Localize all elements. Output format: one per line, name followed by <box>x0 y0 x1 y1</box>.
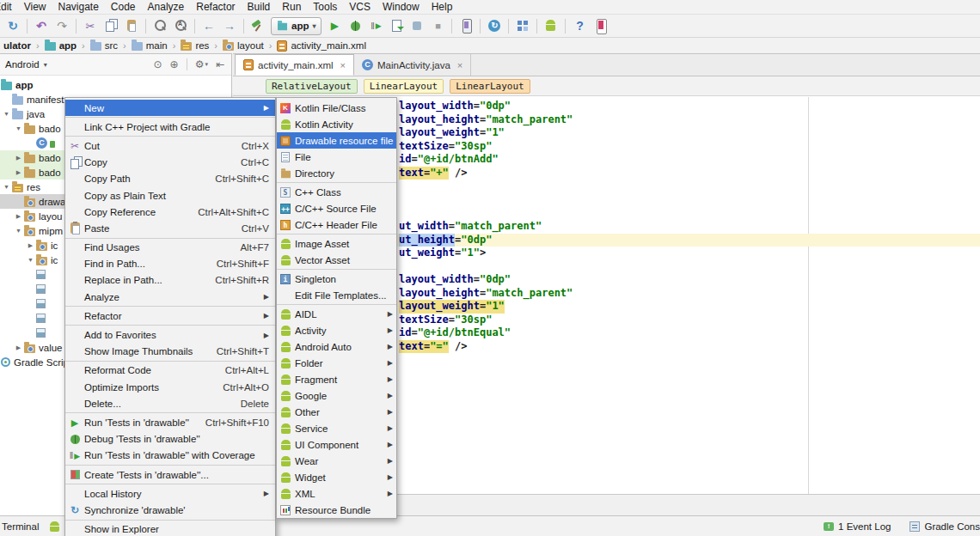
menubar-item-edit[interactable]: Edit <box>0 1 18 13</box>
tree-item-app[interactable]: app <box>0 77 230 92</box>
context-menu-item-analyze[interactable]: Analyze▶ <box>65 289 275 305</box>
menubar-item-analyze[interactable]: Analyze <box>142 1 191 13</box>
context-menu-item-replace-in-path[interactable]: Replace in Path...Ctrl+Shift+R <box>65 272 275 289</box>
menubar-item-refactor[interactable]: Refactor <box>190 1 241 13</box>
submenu-item-service[interactable]: Service▶ <box>277 420 396 436</box>
run-icon[interactable] <box>325 16 344 35</box>
breadcrumb-item-activity-main-xml[interactable]: activity_main.xml <box>275 40 368 52</box>
breadcrumb-chip-linearlayout-2[interactable]: LinearLayout <box>450 79 530 94</box>
breadcrumb-item-layout[interactable]: layout <box>221 40 266 51</box>
context-menu-item-find-in-path[interactable]: Find in Path...Ctrl+Shift+F <box>65 256 275 272</box>
context-menu-item-optimize-imports[interactable]: Optimize ImportsCtrl+Alt+O <box>65 379 275 395</box>
close-icon[interactable]: × <box>340 60 346 70</box>
undo-icon[interactable] <box>32 16 51 35</box>
chevron-down-icon[interactable]: ▼ <box>25 257 36 263</box>
attach-icon[interactable] <box>387 16 406 35</box>
menubar-item-view[interactable]: View <box>18 1 52 13</box>
forward-icon[interactable] <box>220 16 239 35</box>
context-menu-item-local-history[interactable]: Local History▶ <box>65 485 275 502</box>
context-menu-item-link-c-project-with-gradle[interactable]: Link C++ Project with Gradle <box>65 119 275 135</box>
gradle-sync-icon[interactable] <box>485 16 504 35</box>
context-menu-item-cut[interactable]: CutCtrl+X <box>65 137 275 154</box>
context-menu-item-synchronize-drawable[interactable]: Synchronize 'drawable' <box>65 502 275 518</box>
menubar-item-tools[interactable]: Tools <box>307 1 343 13</box>
help-icon[interactable] <box>570 16 589 35</box>
menubar-item-run[interactable]: Run <box>276 1 307 13</box>
context-menu-item-copy-as-plain-text[interactable]: Copy as Plain Text <box>65 187 275 204</box>
submenu-item-edit-file-templates[interactable]: Edit File Templates... <box>277 287 396 303</box>
chevron-down-icon[interactable]: ▼ <box>1 111 12 117</box>
context-menu-item-new[interactable]: New▶ <box>65 100 275 116</box>
hide-icon[interactable] <box>216 58 224 70</box>
context-menu-item-reformat-code[interactable]: Reformat CodeCtrl+Alt+L <box>65 362 275 379</box>
submenu-item-kotlin-file-class[interactable]: Kotlin File/Class <box>277 100 396 116</box>
status-android-button[interactable] <box>44 521 65 532</box>
submenu-item-c-c-header-file[interactable]: C/C++ Header File <box>277 216 396 233</box>
context-menu-item-find-usages[interactable]: Find UsagesAlt+F7 <box>65 240 275 256</box>
sync-icon[interactable] <box>3 16 22 35</box>
context-menu-item-add-to-favorites[interactable]: Add to Favorites▶ <box>65 326 275 343</box>
menubar-item-window[interactable]: Window <box>377 1 426 13</box>
menubar-item-navigate[interactable]: Navigate <box>52 1 104 13</box>
run-configuration-select[interactable]: app▾ <box>271 17 322 35</box>
submenu-item-c-class[interactable]: C++ Class <box>277 184 396 200</box>
breadcrumb-item-app[interactable]: app <box>43 40 78 51</box>
submenu-item-singleton[interactable]: Singleton <box>277 271 396 287</box>
chevron-right-icon[interactable]: ▶ <box>13 155 24 161</box>
coverage-icon[interactable] <box>366 16 385 35</box>
submenu-item-c-c-source-file[interactable]: C/C++ Source File <box>277 200 396 216</box>
sdk-icon[interactable] <box>542 16 560 35</box>
chevron-right-icon[interactable]: ▶ <box>25 242 36 249</box>
build-icon[interactable] <box>248 16 267 35</box>
submenu-item-directory[interactable]: Directory <box>277 165 396 181</box>
back-icon[interactable] <box>199 16 218 35</box>
context-menu-item-run-tests-in-drawable-with-coverage[interactable]: Run 'Tests in 'drawable'' with Coverage <box>65 448 275 464</box>
tab-mainactivity-java[interactable]: MainActivity.java× <box>354 54 471 76</box>
replace-icon[interactable]: A <box>171 16 190 35</box>
settings-icon[interactable] <box>195 58 208 70</box>
context-menu-item-create-tests-in-drawable[interactable]: Create 'Tests in 'drawable''... <box>65 466 275 483</box>
scroll-from-source-icon[interactable] <box>170 58 179 70</box>
context-menu-item-debug-tests-in-drawable[interactable]: Debug 'Tests in 'drawable'' <box>65 431 275 448</box>
breadcrumb-item-src[interactable]: src <box>89 40 119 51</box>
chevron-right-icon[interactable]: ▶ <box>13 213 24 220</box>
debug-icon[interactable] <box>346 16 364 35</box>
submenu-item-activity[interactable]: Activity▶ <box>277 322 396 338</box>
breadcrumb-chip-relativelayout-0[interactable]: RelativeLayout <box>266 79 358 94</box>
submenu-item-google[interactable]: Google▶ <box>277 387 396 404</box>
submenu-item-android-auto[interactable]: Android Auto▶ <box>277 338 396 355</box>
submenu-item-folder[interactable]: Folder▶ <box>277 355 396 371</box>
submenu-item-xml[interactable]: XML▶ <box>277 485 396 502</box>
breadcrumb-item-res[interactable]: res <box>179 40 211 51</box>
structure-icon[interactable] <box>513 16 532 35</box>
chevron-down-icon[interactable]: ▼ <box>13 228 24 234</box>
context-menu-item-show-in-explorer[interactable]: Show in Explorer <box>65 521 275 536</box>
project-view-selector[interactable]: Android▾ <box>5 59 134 70</box>
avd-icon[interactable] <box>456 16 475 35</box>
context-menu-item-copy-path[interactable]: Copy PathCtrl+Shift+C <box>65 171 275 187</box>
menubar-item-help[interactable]: Help <box>426 1 459 13</box>
status-gradle-cons[interactable]: Gradle Cons <box>904 521 980 532</box>
submenu-item-wear[interactable]: Wear▶ <box>277 453 396 469</box>
menubar-item-vcs[interactable]: VCS <box>343 1 377 13</box>
close-icon[interactable]: × <box>457 60 462 70</box>
redo-icon[interactable] <box>52 16 71 35</box>
context-menu-item-copy[interactable]: CopyCtrl+C <box>65 155 275 171</box>
context-menu-item-run-tests-in-drawable[interactable]: Run 'Tests in 'drawable''Ctrl+Shift+F10 <box>65 414 275 430</box>
breadcrumb-item-ulator[interactable]: ulator <box>2 40 33 51</box>
submenu-item-drawable-resource-file[interactable]: Drawable resource file <box>277 132 396 149</box>
submenu-item-aidl[interactable]: AIDL▶ <box>277 306 396 322</box>
status-terminal[interactable]: Terminal <box>0 521 44 532</box>
submenu-item-fragment[interactable]: Fragment▶ <box>277 371 396 387</box>
paste-icon[interactable] <box>122 16 141 35</box>
context-menu-item-show-image-thumbnails[interactable]: Show Image ThumbnailsCtrl+Shift+T <box>65 344 275 360</box>
breadcrumb-chip-linearlayout-1[interactable]: LinearLayout <box>364 79 444 94</box>
find-icon[interactable] <box>150 16 169 35</box>
submenu-item-widget[interactable]: Widget▶ <box>277 469 396 485</box>
breadcrumb-item-main[interactable]: main <box>130 40 169 51</box>
submenu-item-ui-component[interactable]: UI Component▶ <box>277 436 396 453</box>
submenu-item-kotlin-activity[interactable]: Kotlin Activity <box>277 116 396 132</box>
tab-activity-main-xml[interactable]: activity_main.xml× <box>235 54 354 76</box>
status-1-event-log[interactable]: 1 Event Log <box>818 521 896 532</box>
menubar-item-code[interactable]: Code <box>105 1 142 13</box>
